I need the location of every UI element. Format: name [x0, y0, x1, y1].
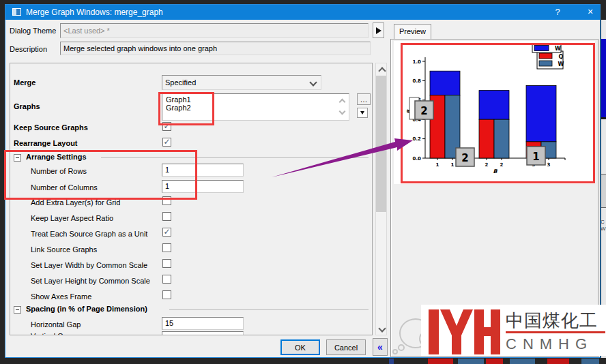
svg-text:Q: Q [559, 54, 564, 60]
screenshot-canvas: C W Merge Graph Windows: merge_graph ? ×… [0, 0, 606, 364]
window-title: Merge Graph Windows: merge_graph [26, 7, 163, 17]
ok-button[interactable]: OK [280, 339, 320, 355]
horizontal-gap-label: Horizontal Gap [31, 320, 81, 329]
watermark-latin-text: CNMHG [506, 335, 593, 353]
svg-text:3: 3 [547, 162, 551, 168]
rearrange-label: Rearrange Layout [14, 139, 78, 147]
svg-text:1: 1 [436, 162, 439, 168]
keep-aspect-ratio-checkbox[interactable] [162, 212, 171, 221]
link-source-graphs-checkbox[interactable] [162, 243, 171, 252]
background-color-block [510, 359, 535, 364]
dialog-theme-label: Dialog Theme [10, 27, 56, 35]
description-label: Description [10, 45, 47, 53]
dialog-icon [12, 8, 21, 16]
title-bar[interactable]: Merge Graph Windows: merge_graph ? × [5, 5, 600, 20]
section-divider [101, 157, 369, 158]
merge-select[interactable]: Specified [162, 75, 321, 90]
collapse-icon[interactable] [14, 306, 21, 314]
background-label-w: W [601, 226, 606, 232]
watermark: 中国煤化工 CNMHG [421, 305, 606, 356]
number-of-rows-label: Number of Rows [31, 167, 87, 175]
svg-text:2: 2 [485, 162, 489, 168]
watermark-logo-icon [429, 307, 500, 354]
play-icon [376, 27, 381, 34]
show-axes-frame-checkbox[interactable] [162, 290, 171, 299]
triangle-down-icon [360, 111, 364, 115]
form-scrollbar[interactable] [375, 63, 387, 335]
svg-text:0.8: 0.8 [413, 78, 422, 84]
layer-height-scale-checkbox[interactable] [162, 275, 171, 284]
background-color-block [581, 359, 599, 364]
collapse-icon[interactable] [14, 154, 21, 162]
scroll-down-icon[interactable] [378, 324, 386, 332]
background-panel-sliver [601, 174, 606, 208]
graphs-dropdown-button[interactable] [357, 108, 368, 118]
layer-width-scale-checkbox[interactable] [162, 259, 171, 268]
number-of-rows-input[interactable]: 1 [162, 164, 244, 177]
arrange-settings-title: Arrange Settings [26, 153, 87, 161]
svg-text:1.0: 1.0 [413, 59, 422, 65]
close-button[interactable]: × [584, 6, 596, 17]
svg-text:W: W [558, 61, 564, 67]
background-color-block [458, 359, 484, 364]
theme-flyout-button[interactable] [373, 22, 384, 38]
svg-text:0.0: 0.0 [413, 156, 422, 162]
collapse-dialog-button[interactable]: « [373, 338, 388, 356]
background-label-c: C [601, 219, 606, 225]
doodle-dot [392, 349, 398, 354]
graphs-browse-button[interactable]: … [357, 93, 371, 105]
graphs-listbox[interactable]: Graph1 Graph2 [162, 93, 349, 121]
svg-text:0.2: 0.2 [413, 136, 422, 142]
number-of-columns-label: Number of Columns [31, 183, 98, 192]
link-source-graphs-label: Link Source Graphs [31, 245, 97, 254]
svg-text:2: 2 [461, 152, 468, 164]
show-axes-frame-label: Show Axes Frame [31, 292, 91, 301]
keep-aspect-ratio-label: Keep Layer Aspect Ratio [31, 214, 113, 222]
svg-text:1: 1 [532, 151, 539, 163]
svg-text:1: 1 [451, 162, 454, 168]
graphs-item-2[interactable]: Graph2 [162, 104, 349, 112]
horizontal-gap-input[interactable]: 15 [162, 317, 244, 330]
svg-text:W: W [555, 46, 561, 52]
graphs-label: Graphs [14, 102, 40, 110]
svg-text:B: B [493, 168, 497, 175]
svg-text:2: 2 [420, 105, 427, 117]
preview-chart: 1.00.80.60.40.20.0112233BBQWW221 [394, 41, 595, 184]
description-field: Merge selected graph windows into one gr… [60, 42, 371, 55]
help-button[interactable]: ? [551, 7, 564, 17]
layer-width-scale-label: Set Layer Width by Common Scale [31, 261, 147, 269]
background-dark-line [601, 117, 606, 119]
watermark-underline [506, 331, 605, 333]
number-of-columns-input[interactable]: 1 [162, 180, 244, 193]
background-color-block [486, 359, 503, 364]
scrollbar-thumb[interactable] [376, 76, 386, 212]
background-blue-bar [601, 39, 606, 117]
cancel-button[interactable]: Cancel [326, 339, 366, 355]
spacing-title: Spacing (in % of Page Dimension) [26, 305, 147, 313]
svg-text:2: 2 [500, 162, 504, 168]
preview-chart-svg: 1.00.80.60.40.20.0112233BBQWW221 [394, 41, 595, 184]
layer-height-scale-label: Set Layer Height by Common Scale [31, 277, 150, 285]
background-color-block [428, 359, 453, 364]
watermark-chinese-text: 中国煤化工 [506, 309, 598, 333]
background-color-block [547, 359, 569, 364]
doodle-dot [398, 344, 405, 351]
dialog-theme-field[interactable]: <Last used> * [60, 23, 369, 38]
vertical-gap-label: Vertical Gap [31, 332, 72, 335]
vertical-gap-input[interactable]: 10 [162, 331, 244, 335]
treat-as-unit-label: Treat Each Source Graph as a Unit [31, 230, 147, 238]
treat-as-unit-checkbox[interactable] [162, 228, 171, 237]
section-divider [169, 309, 369, 310]
tab-preview[interactable]: Preview [394, 24, 431, 39]
add-extra-layers-label: Add Extra Layer(s) for Grid [31, 198, 120, 207]
background-color-block [389, 359, 394, 364]
merge-label: Merge [14, 78, 35, 87]
graphs-item-1[interactable]: Graph1 [162, 94, 349, 104]
scroll-up-icon[interactable] [378, 67, 386, 74]
add-extra-layers-checkbox[interactable] [162, 196, 171, 205]
keep-source-checkbox[interactable] [162, 122, 171, 131]
clipped-row: Vertical Gap 10 [10, 331, 372, 335]
keep-source-label: Keep Source Graphs [14, 123, 88, 132]
rearrange-checkbox[interactable] [162, 138, 171, 147]
